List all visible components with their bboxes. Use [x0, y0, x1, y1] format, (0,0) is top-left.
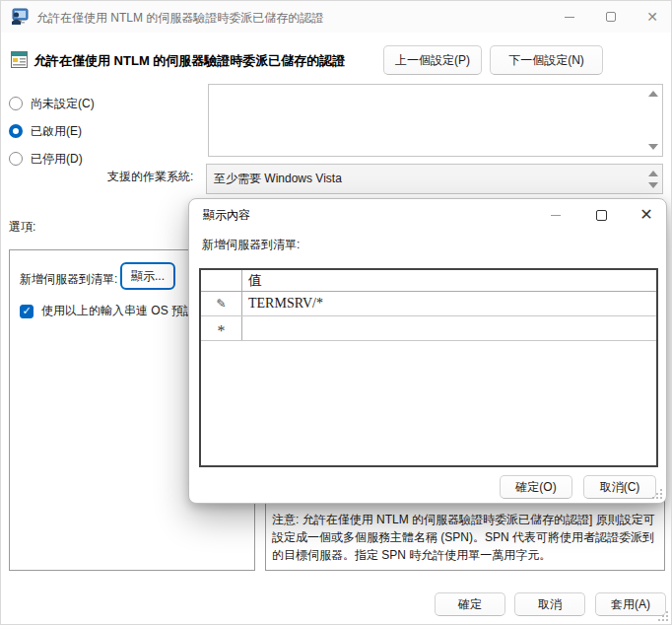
previous-setting-button[interactable]: 上一個設定(P): [383, 45, 482, 75]
server-value-cell[interactable]: [242, 316, 656, 340]
supported-on-label: 支援的作業系統:: [107, 169, 206, 185]
add-servers-label: 新增伺服器到清單:: [20, 271, 117, 288]
dialog-window-controls: ✕: [548, 205, 654, 225]
supported-on-value: 至少需要 Windows Vista: [214, 172, 342, 185]
edit-pencil-icon: ✎: [216, 297, 226, 312]
window-title: 允許在僅使用 NTLM 的伺服器驗證時委派已儲存的認證: [36, 10, 323, 27]
radio-enabled[interactable]: 已啟用(E): [9, 121, 82, 141]
minimize-button[interactable]: [549, 1, 590, 33]
radio-label: 已啟用(E): [31, 123, 82, 140]
checkbox-icon: ✓: [20, 305, 34, 318]
title-bar[interactable]: 允許在僅使用 NTLM 的伺服器驗證時委派已儲存的認證 ✕: [1, 1, 672, 33]
apply-button[interactable]: 套用(A): [595, 592, 666, 616]
radio-icon: [9, 97, 23, 110]
minimize-icon: [565, 17, 574, 18]
options-label: 選項:: [9, 219, 35, 236]
show-button[interactable]: 顯示...: [120, 262, 175, 290]
dialog-title: 顯示內容: [203, 207, 250, 224]
maximize-button[interactable]: [593, 207, 609, 223]
dialog-ok-button[interactable]: 確定(O): [500, 475, 572, 499]
radio-not-configured[interactable]: 尚未設定(C): [9, 94, 95, 113]
maximize-button[interactable]: [590, 1, 632, 33]
concatenate-os-defaults-checkbox[interactable]: ✓ 使用以上的輸入串連 OS 預設值: [20, 303, 207, 319]
minimize-button[interactable]: [548, 207, 564, 223]
radio-icon: [9, 124, 23, 138]
grid-row[interactable]: ✎ TERMSRV/*: [201, 292, 656, 316]
minimize-icon: [551, 215, 561, 216]
policy-setting-window: { "window": { "title": "允許在僅使用 NTLM 的伺服器…: [0, 0, 672, 625]
cancel-button[interactable]: 取消: [514, 592, 585, 616]
scroll-down-icon[interactable]: [648, 182, 658, 188]
next-setting-button[interactable]: 下一個設定(N): [490, 45, 603, 75]
radio-label: 已停用(D): [31, 151, 83, 168]
add-servers-list-label: 新增伺服器到清單:: [202, 237, 300, 253]
scroll-down-icon[interactable]: [648, 144, 658, 150]
policy-title: 允許在僅使用 NTLM 的伺服器驗證時委派已儲存的認證: [34, 52, 388, 70]
window-controls: ✕: [549, 1, 672, 33]
comment-textarea[interactable]: [208, 84, 663, 157]
maximize-icon: [596, 210, 607, 221]
value-column-header: 值: [242, 270, 656, 291]
ok-button[interactable]: 確定: [435, 592, 505, 616]
row-selector-cell[interactable]: *: [201, 316, 242, 340]
dialog-cancel-button[interactable]: 取消(C): [583, 475, 656, 499]
resize-grip[interactable]: [658, 611, 668, 621]
checkbox-label: 使用以上的輸入串連 OS 預設值: [41, 303, 207, 319]
help-text: 注意: 允許在僅使用 NTLM 的伺服器驗證時委派已儲存的認證] 原則設定可設定…: [272, 511, 658, 564]
scroll-up-icon[interactable]: [648, 171, 658, 176]
radio-label: 尚未設定(C): [31, 96, 95, 112]
row-selector-header: [201, 270, 242, 291]
radio-icon: [9, 152, 23, 166]
radio-disabled[interactable]: 已停用(D): [9, 149, 83, 169]
policy-setting-icon: [11, 51, 28, 68]
new-row-asterisk-icon: *: [218, 316, 226, 340]
supported-on-field[interactable]: 至少需要 Windows Vista: [206, 164, 663, 194]
close-icon: ✕: [646, 10, 658, 24]
grid-header-row: 值: [201, 270, 656, 292]
group-policy-icon: [11, 8, 29, 26]
show-contents-dialog: 顯示內容 ✕ 新增伺服器到清單: 值 ✎ TERMSRV/* * 確定(O) 取…: [188, 198, 667, 504]
close-button[interactable]: ✕: [632, 1, 672, 33]
grid-row[interactable]: *: [201, 316, 656, 341]
dialog-resize-grip[interactable]: [652, 489, 662, 499]
row-selector-cell[interactable]: ✎: [201, 292, 242, 315]
close-button[interactable]: ✕: [638, 207, 654, 223]
server-list-grid: 值 ✎ TERMSRV/* *: [199, 268, 658, 467]
scroll-up-icon[interactable]: [648, 91, 658, 97]
maximize-icon: [606, 12, 616, 22]
close-icon: ✕: [639, 207, 652, 223]
server-value-cell[interactable]: TERMSRV/*: [242, 292, 656, 315]
